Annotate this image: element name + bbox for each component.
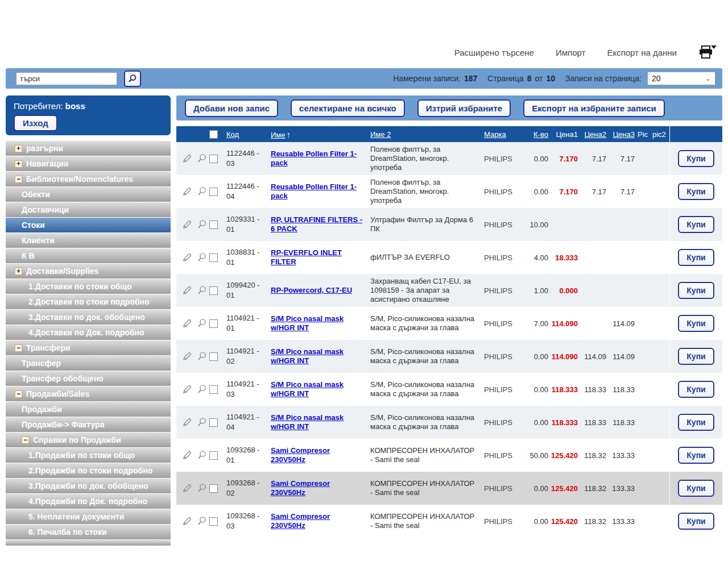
per-page-select[interactable]: 20 ⌄	[647, 72, 715, 85]
view-magnifier-icon[interactable]	[197, 285, 207, 296]
sidebar-item[interactable]: Продажби	[6, 402, 171, 417]
buy-button[interactable]: Купи	[678, 315, 714, 332]
buy-button[interactable]: Купи	[678, 381, 714, 398]
view-magnifier-icon[interactable]	[197, 483, 207, 493]
view-magnifier-icon[interactable]	[197, 417, 207, 427]
print-options-caret-icon[interactable]	[711, 45, 717, 49]
product-name-link[interactable]: Reusable Pollen Filter 1-pack	[271, 149, 357, 167]
sidebar-item[interactable]: +Навигация	[6, 156, 171, 171]
product-name-link[interactable]: S/M Pico nasal mask w/HGR INT	[271, 314, 344, 332]
sidebar-item[interactable]: −Библиотеки/Nomenclatures	[6, 172, 171, 186]
row-checkbox[interactable]	[209, 451, 218, 460]
product-name-link[interactable]: Sami Compresor 230V50Hz	[271, 512, 330, 530]
row-checkbox[interactable]	[209, 253, 218, 262]
edit-pencil-icon[interactable]	[182, 516, 193, 526]
product-name-link[interactable]: Sami Compresor 230V50Hz	[271, 446, 330, 464]
sidebar-item[interactable]: 1.Продажби по стоки общо	[6, 448, 171, 463]
column-header-label[interactable]: Цена3	[613, 130, 635, 139]
buy-button[interactable]: Купи	[678, 348, 714, 365]
buy-button[interactable]: Купи	[678, 183, 714, 200]
advanced-search-link[interactable]: Расширено търсене	[454, 48, 534, 57]
export-selected-button[interactable]: Експорт на избраните записи	[523, 99, 665, 117]
edit-pencil-icon[interactable]	[182, 351, 193, 361]
edit-pencil-icon[interactable]	[182, 153, 193, 164]
sidebar-item[interactable]: −Справки по Продажби	[6, 433, 171, 447]
print-icon[interactable]	[698, 45, 715, 59]
row-checkbox[interactable]	[209, 484, 218, 493]
collapse-minus-icon[interactable]: −	[15, 390, 22, 398]
edit-pencil-icon[interactable]	[182, 384, 193, 394]
sidebar-item[interactable]: Трансфер обобщено	[6, 371, 171, 386]
search-input[interactable]	[16, 72, 117, 85]
row-checkbox[interactable]	[209, 286, 218, 295]
import-link[interactable]: Импорт	[556, 48, 585, 57]
export-data-link[interactable]: Експорт на данни	[607, 48, 677, 57]
buy-button[interactable]: Купи	[678, 216, 714, 233]
column-header-label[interactable]: Име 2	[370, 130, 391, 139]
view-magnifier-icon[interactable]	[197, 252, 207, 263]
view-magnifier-icon[interactable]	[197, 186, 207, 197]
column-header-label[interactable]: К-во	[533, 130, 548, 139]
edit-pencil-icon[interactable]	[182, 219, 193, 230]
delete-selected-button[interactable]: Изтрий избраните	[417, 99, 511, 117]
collapse-minus-icon[interactable]: −	[15, 344, 22, 352]
sidebar-item[interactable]: Трансфер	[6, 356, 171, 371]
view-magnifier-icon[interactable]	[197, 516, 207, 526]
sidebar-item[interactable]: 2.Доставки по стоки подробно	[6, 294, 171, 309]
sidebar-item[interactable]: Доставчици	[6, 202, 171, 217]
product-name-link[interactable]: RP-EVERFLO INLET FILTER	[271, 248, 342, 266]
row-checkbox[interactable]	[209, 385, 218, 394]
sidebar-item[interactable]: Продажби-> Фактура	[6, 417, 171, 432]
edit-pencil-icon[interactable]	[182, 285, 193, 296]
add-record-button[interactable]: Добави нов запис	[185, 99, 278, 117]
row-checkbox[interactable]	[209, 517, 218, 526]
row-checkbox[interactable]	[209, 418, 218, 427]
collapse-minus-icon[interactable]: −	[15, 176, 22, 183]
product-name-link[interactable]: Sami Compresor 230V50Hz	[271, 479, 330, 497]
sidebar-item[interactable]: 2.Продажби по стоки подробно	[6, 463, 171, 478]
search-button[interactable]	[124, 70, 141, 87]
edit-pencil-icon[interactable]	[182, 483, 193, 493]
sidebar-item-selected[interactable]: Стоки	[6, 218, 171, 232]
buy-button[interactable]: Купи	[678, 513, 714, 530]
product-name-link[interactable]: RP-Powercord, C17-EU	[271, 286, 352, 294]
expand-plus-icon[interactable]: +	[15, 160, 22, 168]
sidebar-item[interactable]: 3.Доставки по док. обобщено	[6, 310, 171, 325]
sidebar-item[interactable]: 5. Неплатени документи	[6, 509, 171, 524]
view-magnifier-icon[interactable]	[197, 450, 207, 460]
view-magnifier-icon[interactable]	[197, 384, 207, 394]
sidebar-item[interactable]: 6. Печалба по стоки	[6, 525, 171, 539]
buy-button[interactable]: Купи	[678, 480, 714, 497]
row-checkbox[interactable]	[209, 221, 218, 229]
product-name-link[interactable]: S/M Pico nasal mask w/HGR INT	[271, 347, 344, 365]
edit-pencil-icon[interactable]	[182, 417, 193, 427]
product-name-link[interactable]: RP, ULTRAFINE FILTERS - 6 PACK	[271, 215, 362, 233]
buy-button[interactable]: Купи	[678, 150, 714, 167]
sidebar-item[interactable]: Обекти	[6, 187, 171, 202]
buy-button[interactable]: Купи	[678, 414, 714, 431]
select-all-checkbox[interactable]	[209, 130, 218, 139]
select-all-button[interactable]: селектиране на всичко	[291, 99, 405, 117]
sidebar-item[interactable]: К В	[6, 248, 171, 263]
column-header-label[interactable]: Име	[271, 131, 286, 139]
edit-pencil-icon[interactable]	[182, 318, 193, 329]
product-name-link[interactable]: Reusable Pollen Filter 1-pack	[271, 182, 357, 200]
product-name-link[interactable]: S/M Pico nasal mask w/HGR INT	[271, 413, 344, 431]
sidebar-item[interactable]: Клиенти	[6, 233, 171, 248]
product-name-link[interactable]: S/M Pico nasal mask w/HGR INT	[271, 380, 344, 398]
edit-pencil-icon[interactable]	[182, 450, 193, 460]
buy-button[interactable]: Купи	[678, 447, 714, 464]
view-magnifier-icon[interactable]	[197, 219, 207, 230]
view-magnifier-icon[interactable]	[197, 351, 207, 361]
buy-button[interactable]: Купи	[678, 282, 714, 299]
column-header-label[interactable]: Марка	[484, 130, 506, 139]
logout-button[interactable]: Изход	[14, 115, 57, 131]
row-checkbox[interactable]	[209, 352, 218, 361]
expand-plus-icon[interactable]: +	[15, 145, 22, 152]
row-checkbox[interactable]	[209, 188, 218, 196]
sidebar-item[interactable]: 3.Продажби по док. обобщено	[6, 479, 171, 493]
collapse-minus-icon[interactable]: −	[22, 436, 29, 444]
edit-pencil-icon[interactable]	[182, 186, 193, 197]
row-checkbox[interactable]	[209, 319, 218, 328]
sidebar-item[interactable]: +Доставки/Supplies	[6, 264, 171, 278]
